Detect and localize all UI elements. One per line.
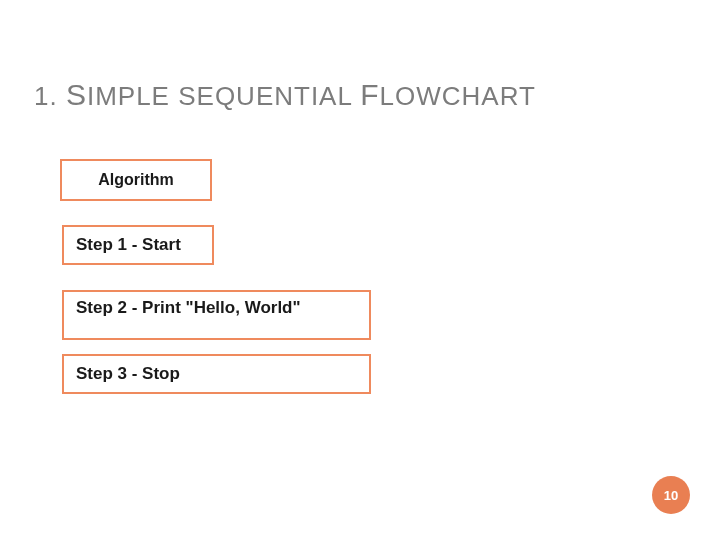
slide-title: 1. SIMPLE SEQUENTIAL FLOWCHART	[34, 78, 536, 112]
title-word1-first: S	[66, 78, 87, 111]
algorithm-step-box: Step 2 - Print "Hello, World"	[62, 290, 371, 340]
slide: 1. SIMPLE SEQUENTIAL FLOWCHART Algorithm…	[0, 0, 720, 540]
title-word3-rest: LOWCHART	[380, 81, 536, 111]
page-number: 10	[664, 488, 678, 503]
title-word2: SEQUENTIAL	[178, 81, 352, 111]
title-prefix: 1.	[34, 81, 66, 111]
title-word3-first: F	[360, 78, 379, 111]
algorithm-header-box: Algorithm	[60, 159, 212, 201]
algorithm-step-label: Step 1 - Start	[76, 235, 181, 255]
top-whitespace	[0, 0, 720, 70]
algorithm-step-label: Step 3 - Stop	[76, 364, 180, 384]
title-word1-rest: IMPLE	[87, 81, 170, 111]
page-number-badge: 10	[652, 476, 690, 514]
algorithm-step-label: Step 2 - Print "Hello, World"	[76, 298, 301, 318]
algorithm-step-box: Step 3 - Stop	[62, 354, 371, 394]
algorithm-step-box: Step 1 - Start	[62, 225, 214, 265]
algorithm-header-label: Algorithm	[98, 171, 174, 189]
